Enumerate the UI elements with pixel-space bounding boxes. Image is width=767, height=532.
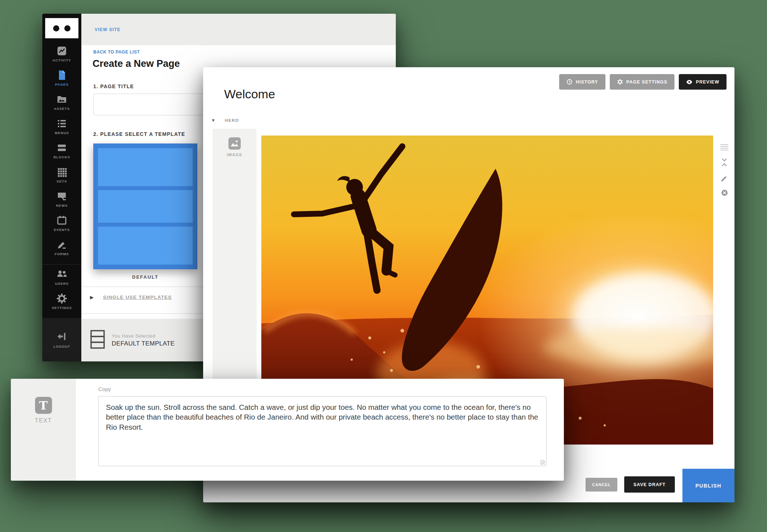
forms-icon xyxy=(56,239,67,250)
page-title: Create a New Page xyxy=(93,58,180,69)
sidebar-item-label: SETS xyxy=(57,179,67,183)
back-to-page-list-link[interactable]: BACK TO PAGE LIST xyxy=(93,50,140,55)
template-name-label: DEFAULT xyxy=(93,274,197,280)
editor-page-title: Welcome xyxy=(224,87,275,101)
sidebar-item-activity[interactable]: ACTIVITY xyxy=(42,46,81,70)
drag-handle-icon[interactable] xyxy=(720,144,729,150)
history-button[interactable]: HISTORY xyxy=(559,74,605,90)
template-preview-block xyxy=(98,148,193,186)
history-button-label: HISTORY xyxy=(576,80,598,85)
menus-icon xyxy=(56,118,67,129)
image-block-label: IMAGE xyxy=(227,153,243,157)
copy-textarea[interactable]: Soak up the sun. Stroll across the sand.… xyxy=(98,396,547,466)
sidebar-item-users[interactable]: USERS xyxy=(42,269,81,293)
text-block-type-strip: T TEXT xyxy=(11,379,76,481)
selected-template-icon xyxy=(90,330,105,351)
you-have-selected-label: You Have Selected xyxy=(112,333,175,339)
events-icon xyxy=(56,215,67,226)
template-option-default[interactable] xyxy=(93,143,197,269)
sidebar-item-logout[interactable]: LOGOUT xyxy=(42,318,81,361)
sidebar-item-label: EVENTS xyxy=(54,228,70,232)
template-preview-block xyxy=(98,190,193,223)
page-settings-button-label: PAGE SETTINGS xyxy=(626,80,667,85)
publish-button[interactable]: PUBLISH xyxy=(682,469,734,502)
history-clock-icon xyxy=(566,79,573,85)
sidebar-item-news[interactable]: NEWS xyxy=(42,191,81,215)
admin-sidebar: ACTIVITY PAGES ASSETS MENUS BLOCKS xyxy=(42,14,81,361)
sidebar-item-pages[interactable]: PAGES xyxy=(42,70,81,94)
sidebar-divider xyxy=(42,264,81,265)
preview-button[interactable]: PREVIEW xyxy=(679,74,727,90)
news-icon xyxy=(56,191,67,202)
desktop-background: ACTIVITY PAGES ASSETS MENUS BLOCKS xyxy=(0,0,767,532)
gear-icon xyxy=(617,79,623,85)
page-settings-button[interactable]: PAGE SETTINGS xyxy=(610,74,674,90)
expander-arrow-icon: ▶ xyxy=(90,295,94,300)
sidebar-item-label: SETTINGS xyxy=(52,306,72,310)
sidebar-item-forms[interactable]: FORMS xyxy=(42,239,81,263)
eye-icon xyxy=(686,80,693,85)
sets-icon xyxy=(56,167,67,177)
remove-icon[interactable] xyxy=(721,189,728,196)
sidebar-item-label: FORMS xyxy=(55,252,69,256)
sidebar-item-label: MENUS xyxy=(55,131,69,135)
page-title-section-label: 1. PAGE TITLE xyxy=(93,83,134,89)
app-logo[interactable] xyxy=(45,18,78,38)
assets-icon xyxy=(56,94,67,105)
sidebar-item-assets[interactable]: ASSETS xyxy=(42,94,81,118)
preview-button-label: PREVIEW xyxy=(696,80,719,85)
sidebar-item-label: BLOCKS xyxy=(53,155,70,159)
text-block-icon: T xyxy=(35,397,52,414)
activity-icon xyxy=(56,46,67,56)
sidebar-item-label: ASSETS xyxy=(54,107,70,111)
view-site-link[interactable]: VIEW SITE xyxy=(95,27,120,32)
sidebar-item-events[interactable]: EVENTS xyxy=(42,215,81,239)
sidebar-nav: ACTIVITY PAGES ASSETS MENUS BLOCKS xyxy=(42,46,81,317)
blocks-icon xyxy=(56,142,67,153)
single-use-templates-label: SINGLE USE TEMPLATES xyxy=(103,295,172,300)
settings-icon xyxy=(56,293,67,304)
sidebar-item-menus[interactable]: MENUS xyxy=(42,118,81,142)
save-draft-button[interactable]: SAVE DRAFT xyxy=(624,476,675,493)
template-preview-block xyxy=(98,227,193,265)
collapse-icon[interactable] xyxy=(721,158,728,166)
copy-field-label: Copy xyxy=(98,386,111,392)
logo-dot-left xyxy=(53,25,59,31)
site-topbar: VIEW SITE xyxy=(81,14,396,45)
text-block-panel: T TEXT Copy Soak up the sun. Stroll acro… xyxy=(11,379,564,481)
sidebar-item-label: NEWS xyxy=(56,203,68,207)
edit-icon[interactable] xyxy=(721,174,728,181)
logout-icon xyxy=(56,331,67,342)
hero-section-header[interactable]: ▼ HERO xyxy=(211,118,239,123)
editor-toolbar: HISTORY PAGE SETTINGS PREVIEW xyxy=(559,74,727,90)
image-icon xyxy=(228,137,241,150)
template-section-label: 2. PLEASE SELECT A TEMPLATE xyxy=(93,131,185,137)
text-block-label: TEXT xyxy=(35,417,52,424)
sidebar-item-label: ACTIVITY xyxy=(52,58,71,62)
sidebar-item-settings[interactable]: SETTINGS xyxy=(42,293,81,317)
sidebar-item-sets[interactable]: SETS xyxy=(42,167,81,191)
sidebar-item-blocks[interactable]: BLOCKS xyxy=(42,142,81,167)
cancel-button[interactable]: CANCEL xyxy=(586,478,617,492)
users-icon xyxy=(56,269,67,280)
sidebar-item-label: PAGES xyxy=(55,82,69,86)
selected-template-value: DEFAULT TEMPLATE xyxy=(112,340,175,347)
pages-icon xyxy=(56,70,67,81)
hero-section-label: HERO xyxy=(225,118,239,123)
textarea-resize-handle[interactable] xyxy=(540,460,545,465)
block-controls-strip xyxy=(719,144,730,204)
section-collapse-icon: ▼ xyxy=(211,118,215,123)
sidebar-item-label: USERS xyxy=(55,282,69,286)
logo-dot-right xyxy=(64,25,70,31)
single-use-templates-toggle[interactable]: ▶ SINGLE USE TEMPLATES xyxy=(90,295,172,300)
logout-label: LOGOUT xyxy=(53,344,70,348)
